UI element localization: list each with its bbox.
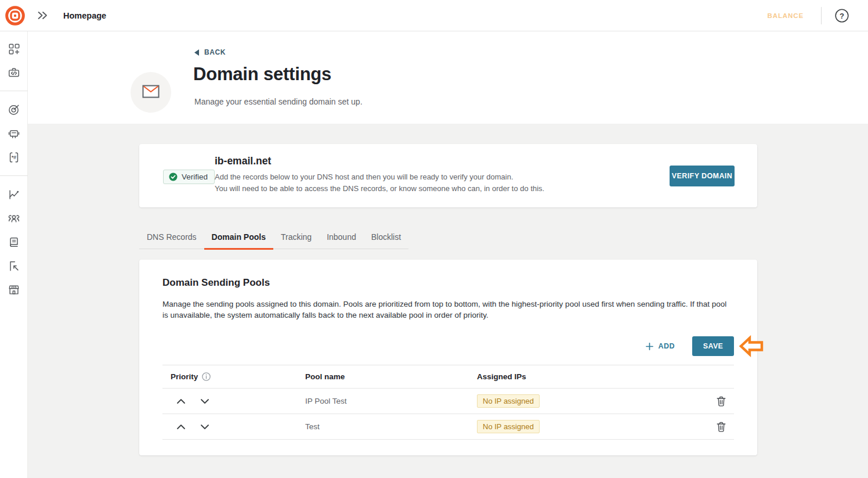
info-icon[interactable]	[202, 372, 211, 381]
assigned-ips-badge: No IP assigned	[477, 420, 540, 433]
table-header-row: Priority Pool name Assigned IPs	[162, 365, 734, 389]
add-pool-label: ADD	[658, 342, 675, 350]
exchange-store-icon[interactable]	[0, 278, 28, 301]
pools-table: Priority Pool name Assigned IPs	[162, 365, 734, 440]
tab-domain-pools[interactable]: Domain Pools	[204, 232, 273, 249]
pool-name-cell: IP Pool Test	[305, 397, 477, 405]
domain-instruction-line1: Add the records below to your DNS host a…	[215, 171, 544, 183]
balance-button[interactable]: BALANCE	[767, 12, 804, 19]
tab-blocklist[interactable]: Blocklist	[364, 232, 408, 249]
tab-dns-records[interactable]: DNS Records	[139, 232, 204, 249]
breadcrumb: Homepage	[63, 11, 106, 20]
domain-name: ib-email.net	[215, 155, 544, 167]
sidebar-expand-icon[interactable]	[37, 11, 48, 20]
moments-target-icon[interactable]	[0, 98, 28, 121]
answers-bot-icon[interactable]	[0, 121, 28, 145]
people-audience-icon[interactable]	[0, 206, 28, 230]
move-up-button[interactable]	[175, 397, 187, 405]
sidebar-nav: *#	[0, 31, 28, 478]
help-icon[interactable]: ?	[834, 8, 849, 23]
delete-pool-button[interactable]	[708, 394, 734, 408]
back-arrow-icon	[194, 49, 199, 56]
table-row: IP Pool Test No IP assigned	[162, 389, 734, 414]
pool-name-cell: Test	[305, 422, 477, 431]
tab-inbound[interactable]: Inbound	[319, 232, 364, 249]
chevron-down-icon	[200, 398, 209, 404]
chevron-up-icon	[176, 424, 186, 430]
forms-flag-icon[interactable]	[0, 254, 28, 278]
main-content: BACK Domain settings Manage your essenti…	[28, 31, 868, 478]
svg-text:?: ?	[840, 11, 844, 20]
analytics-chart-icon[interactable]	[0, 182, 28, 206]
brand-logo-icon[interactable]	[5, 5, 26, 26]
plus-icon	[646, 343, 653, 350]
sidebar-divider	[0, 91, 28, 91]
back-button[interactable]: BACK	[194, 48, 226, 56]
verify-domain-button[interactable]: VERIFY DOMAIN	[670, 166, 735, 186]
save-button[interactable]: SAVE	[692, 336, 734, 356]
apps-grid-plus-icon[interactable]	[0, 37, 28, 60]
chevron-down-icon	[200, 424, 209, 430]
page-title: Domain settings	[193, 64, 331, 85]
column-assigned-ips: Assigned IPs	[477, 372, 708, 381]
add-pool-button[interactable]: ADD	[646, 342, 675, 350]
section-title: Domain Sending Pools	[162, 277, 734, 289]
pools-actions: ADD SAVE	[162, 336, 734, 356]
top-header: Homepage BALANCE ?	[0, 0, 868, 31]
table-row: Test No IP assigned	[162, 414, 734, 440]
trash-icon	[717, 422, 726, 432]
move-down-button[interactable]	[199, 397, 211, 405]
status-badge: Verified	[163, 170, 215, 184]
section-description: Manage the sending pools assigned to thi…	[162, 299, 734, 321]
domain-sending-pools-card: Domain Sending Pools Manage the sending …	[139, 260, 757, 455]
annotation-arrow-icon	[739, 335, 764, 360]
dev-tools-code-icon[interactable]	[0, 60, 28, 84]
back-label: BACK	[204, 48, 226, 56]
move-down-button[interactable]	[199, 423, 211, 431]
domain-avatar	[131, 72, 171, 113]
column-priority: Priority	[171, 372, 198, 381]
envelope-icon	[142, 85, 160, 100]
knowledge-book-icon[interactable]	[0, 230, 28, 254]
delete-pool-button[interactable]	[708, 420, 734, 434]
chevron-up-icon	[176, 398, 186, 404]
column-pool-name: Pool name	[305, 372, 477, 381]
assigned-ips-badge: No IP assigned	[477, 394, 540, 408]
move-up-button[interactable]	[175, 423, 187, 431]
check-circle-icon	[169, 172, 178, 181]
sidebar-divider	[0, 175, 28, 176]
page-subtitle: Manage your essential sending domain set…	[194, 97, 363, 106]
header-divider	[821, 7, 822, 24]
domain-settings-tabs: DNS Records Domain Pools Tracking Inboun…	[139, 232, 408, 249]
page-hero: BACK Domain settings Manage your essenti…	[28, 31, 868, 124]
domain-instruction-line2: You will need to be able to access the D…	[215, 183, 544, 195]
svg-text:*#: *#	[11, 154, 16, 160]
status-badge-label: Verified	[182, 172, 208, 181]
app-window: Homepage BALANCE ?	[0, 0, 868, 478]
numbers-phone-icon[interactable]: *#	[0, 145, 28, 169]
trash-icon	[717, 396, 726, 407]
domain-status-card: Verified ib-email.net Add the records be…	[139, 144, 757, 207]
tab-tracking[interactable]: Tracking	[273, 232, 319, 249]
